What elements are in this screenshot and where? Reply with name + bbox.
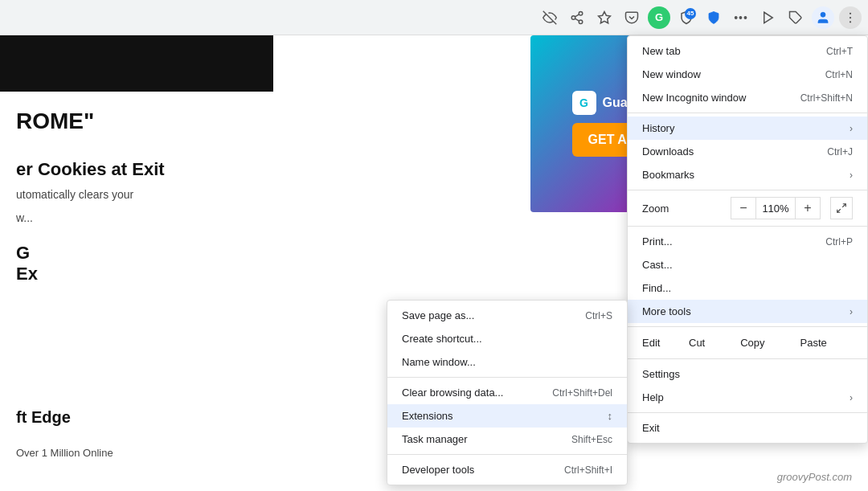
zoom-controls: − 110% + [731,197,821,219]
svg-line-5 [575,14,579,16]
page-text-area: ROME" er Cookies at Exit utomatically cl… [0,100,265,293]
menu-cast[interactable]: Cast... [628,253,867,276]
groovy-footer: groovyPost.com [777,471,852,483]
share-icon[interactable] [566,6,588,29]
menu-divider-4 [628,326,867,327]
edit-label: Edit [642,337,668,349]
submenu-divider-1 [387,377,627,378]
zoom-fullscreen-button[interactable] [830,197,853,219]
menu-divider-2 [628,190,867,190]
page-section2: Ex [16,264,249,284]
page-body1: utomatically clears your [16,186,249,203]
zoom-plus-button[interactable]: + [795,197,821,219]
svg-line-4 [575,18,579,21]
edit-copy-button[interactable]: Copy [726,333,779,352]
extension-shield-icon[interactable]: 45 [675,6,698,29]
guardio-icon[interactable]: G [648,6,670,29]
blue-shield-icon[interactable] [702,6,725,29]
page-subheadline: er Cookies at Exit [16,159,249,180]
svg-marker-7 [764,12,773,23]
submenu-create-shortcut[interactable]: Create shortcut... [387,327,627,350]
bookmark-star-icon[interactable] [593,6,616,29]
svg-point-12 [850,21,851,23]
zoom-label: Zoom [642,203,731,215]
ad-logo-icon: G [572,91,596,115]
svg-point-2 [571,15,575,19]
menu-help[interactable]: Help › [628,386,867,409]
page-section1: G [16,243,249,264]
submenu-task-manager[interactable]: Task manager Shift+Esc [387,428,627,451]
submenu-divider-2 [387,454,627,455]
submenu-extensions[interactable]: Extensions ↕ [387,404,627,428]
svg-point-3 [579,20,583,24]
menu-divider-5 [628,358,867,359]
account-icon[interactable] [812,6,834,29]
menu-divider-6 [628,412,867,413]
page-body2: w... [16,210,249,227]
svg-line-13 [842,204,845,207]
menu-more-tools[interactable]: More tools › Save page as... Ctrl+S Crea… [628,300,867,323]
menu-divider-3 [628,226,867,227]
menu-print[interactable]: Print... Ctrl+P [628,230,867,253]
toolbar-icons: G 45 ••• [538,6,862,29]
extensions-puzzle-icon[interactable] [784,6,807,29]
edit-cut-button[interactable]: Cut [674,333,719,352]
zoom-minus-button[interactable]: − [731,197,756,219]
menu-new-incognito[interactable]: New Incognito window Ctrl+Shift+N [628,86,867,109]
menu-find[interactable]: Find... [628,276,867,300]
svg-point-10 [850,12,851,14]
page-footer-sub: Over 1 Million Online [16,447,113,459]
submenu-name-window[interactable]: Name window... [387,350,627,374]
extensions-dots-icon[interactable]: ••• [730,6,752,29]
page-headline: ROME" [16,108,249,135]
pocket-icon[interactable] [620,6,643,29]
svg-point-11 [850,16,851,18]
cursor-indicator: ↕ [608,410,613,422]
submenu-save-page[interactable]: Save page as... Ctrl+S [387,304,627,327]
menu-settings[interactable]: Settings [628,362,867,386]
menu-new-tab[interactable]: New tab Ctrl+T [628,39,867,63]
submenu-clear-browsing[interactable]: Clear browsing data... Ctrl+Shift+Del [387,381,627,404]
page-header-bg [0,35,273,92]
extension-badge: 45 [685,8,696,19]
submenu-dev-tools[interactable]: Developer tools Ctrl+Shift+I [387,458,627,481]
svg-point-1 [579,11,583,15]
page-footer-text: ft Edge [16,408,71,427]
menu-downloads[interactable]: Downloads Ctrl+J [628,140,867,163]
menu-divider-1 [628,113,867,113]
browser-toolbar: G 45 ••• [0,0,868,35]
menu-zoom-row: Zoom − 110% + [628,194,867,223]
menu-bookmarks[interactable]: Bookmarks › [628,163,867,186]
menu-edit-row: Edit Cut Copy Paste [628,330,867,355]
more-options-icon[interactable] [839,6,862,29]
menu-history[interactable]: History › [628,117,867,140]
edit-paste-button[interactable]: Paste [786,333,841,352]
svg-line-14 [837,209,841,212]
svg-marker-6 [599,11,611,23]
svg-point-9 [821,12,825,17]
eye-off-icon[interactable] [538,6,561,29]
more-tools-submenu: Save page as... Ctrl+S Create shortcut..… [387,300,628,485]
chrome-menu: New tab Ctrl+T New window Ctrl+N New Inc… [627,35,868,444]
menu-exit[interactable]: Exit [628,416,867,440]
media-icon[interactable] [757,6,780,29]
menu-new-window[interactable]: New window Ctrl+N [628,63,867,86]
zoom-value: 110% [756,197,795,219]
